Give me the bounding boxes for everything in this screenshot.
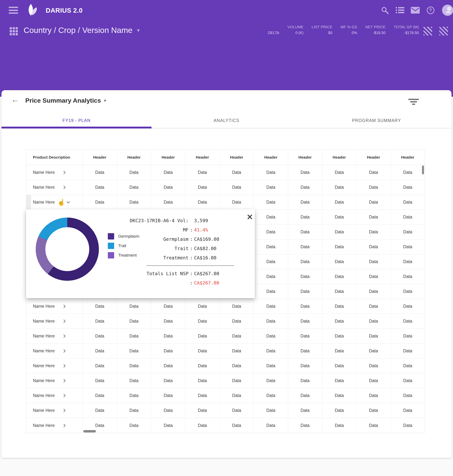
- filter-icon[interactable]: [408, 99, 419, 106]
- chevron-right-icon[interactable]: [62, 185, 65, 189]
- detail-label: DKC23-17RIB-A6-4 Vol:: [123, 216, 189, 225]
- data-cell: Data: [185, 418, 219, 433]
- data-cell: Data: [219, 314, 254, 328]
- data-cell: Data: [391, 240, 425, 254]
- data-cell: Data: [391, 373, 425, 388]
- data-cell: Data: [288, 269, 322, 284]
- data-cell: Data: [151, 195, 185, 210]
- data-cell: Data: [254, 195, 288, 210]
- chevron-right-icon[interactable]: [62, 349, 65, 353]
- breadcrumb[interactable]: Country / Crop / Version Name ▾: [24, 26, 140, 35]
- data-cell: Data: [288, 344, 322, 358]
- data-cell: Data: [322, 210, 356, 224]
- product-name-label: Name Here: [33, 393, 55, 398]
- product-name-cell[interactable]: Name Here☝: [26, 195, 83, 210]
- stat-label: TOTAL GP (M): [394, 25, 419, 29]
- chevron-right-icon[interactable]: [62, 394, 65, 397]
- product-name-cell[interactable]: Name Here: [26, 418, 83, 433]
- column-header: Header: [151, 149, 185, 165]
- column-header: Header: [356, 149, 391, 165]
- stat-mf-gs: MF % GS0%: [340, 25, 357, 35]
- column-header: Header: [254, 149, 288, 165]
- product-name-label: Name Here: [33, 423, 55, 428]
- chevron-right-icon[interactable]: [62, 171, 65, 174]
- question-mark-glyph: ?: [427, 7, 434, 14]
- data-cell: Data: [83, 299, 117, 314]
- data-cell: Data: [185, 388, 219, 403]
- data-cell: Data: [322, 358, 356, 373]
- product-name-cell[interactable]: Name Here: [26, 165, 83, 180]
- chevron-right-icon[interactable]: [62, 409, 65, 412]
- product-name-cell[interactable]: Name Here: [26, 299, 83, 314]
- tab-program-summary[interactable]: PROGRAM SUMMARY: [302, 112, 452, 129]
- stat-net-price: NET PRICE-$18.50: [365, 25, 386, 35]
- list-icon[interactable]: [396, 6, 404, 15]
- product-name-cell[interactable]: Name Here: [26, 329, 83, 343]
- hatch-action-1[interactable]: [424, 27, 432, 36]
- data-cell: Data: [322, 269, 356, 284]
- data-cell: Data: [356, 344, 391, 358]
- data-cell: Data: [356, 418, 391, 433]
- vertical-scrollbar-thumb[interactable]: [422, 165, 424, 174]
- data-cell: Data: [254, 314, 288, 328]
- data-cell: Data: [83, 329, 117, 343]
- close-icon[interactable]: ×: [245, 212, 255, 222]
- product-name-label: Name Here: [33, 348, 55, 354]
- data-cell: Data: [83, 388, 117, 403]
- hatch-action-2[interactable]: [439, 27, 448, 36]
- data-cell: Data: [356, 373, 391, 388]
- avatar[interactable]: [442, 5, 453, 16]
- search-icon[interactable]: [380, 6, 389, 15]
- horizontal-scrollbar-thumb[interactable]: [83, 430, 96, 433]
- delta-label: DELTA: [268, 31, 279, 35]
- chevron-right-icon[interactable]: [62, 334, 65, 338]
- detail-value: 3,599: [194, 216, 253, 225]
- chevron-right-icon[interactable]: [62, 305, 65, 308]
- data-cell: Data: [254, 329, 288, 343]
- stat-volume: VOLUME0 (K): [287, 25, 303, 35]
- data-cell: Data: [322, 388, 356, 403]
- data-cell: Data: [185, 344, 219, 358]
- data-cell: Data: [391, 358, 425, 373]
- detail-label: MF: [123, 225, 189, 235]
- chevron-right-icon[interactable]: [62, 379, 65, 382]
- data-cell: Data: [356, 314, 391, 328]
- product-name-cell[interactable]: Name Here: [26, 314, 83, 328]
- chevron-right-icon[interactable]: [62, 424, 65, 427]
- data-cell: Data: [83, 358, 117, 373]
- product-name-cell[interactable]: Name Here: [26, 358, 83, 373]
- tab-fy19-plan[interactable]: FY19 - PLAN: [1, 112, 151, 129]
- detail-label: Treatment: [123, 253, 189, 263]
- data-cell: Data: [83, 373, 117, 388]
- card-title-dropdown[interactable]: Price Summary Analytics ▾: [25, 97, 106, 104]
- tab-analytics[interactable]: ANALYTICS: [151, 112, 302, 129]
- table-row: Name HereDataDataDataDataDataDataDataDat…: [26, 329, 425, 344]
- data-cell: Data: [151, 314, 185, 328]
- data-cell: Data: [117, 344, 151, 358]
- apps-grid-icon[interactable]: [10, 27, 18, 35]
- product-name-cell[interactable]: Name Here: [26, 180, 83, 195]
- help-icon[interactable]: ?: [426, 6, 435, 15]
- data-cell: Data: [117, 329, 151, 343]
- data-cell: Data: [254, 284, 288, 299]
- chevron-right-icon[interactable]: [62, 320, 65, 323]
- product-name-cell[interactable]: Name Here: [26, 403, 83, 418]
- detail-value: 41.4%: [194, 225, 253, 235]
- chevron-down-icon[interactable]: [67, 200, 70, 203]
- detail-label: Totals List NSP: [123, 269, 189, 278]
- mail-icon[interactable]: [411, 6, 420, 15]
- app-window: DARIUS 2.0: [0, 0, 453, 476]
- product-name-cell[interactable]: Name Here: [26, 344, 83, 358]
- data-cell: Data: [254, 418, 288, 433]
- data-cell: Data: [356, 210, 391, 224]
- detail-label: [123, 278, 189, 288]
- chevron-right-icon[interactable]: [62, 364, 65, 367]
- detail-line: Treatment:CA$16.00: [123, 253, 253, 263]
- product-name-cell[interactable]: Name Here: [26, 388, 83, 403]
- data-cell: Data: [391, 195, 425, 210]
- hamburger-menu-icon[interactable]: [9, 7, 18, 14]
- delta-stats: DELTA VOLUME0 (K)LIST PRICE$0MF % GS0%NE…: [268, 25, 419, 35]
- product-name-cell[interactable]: Name Here: [26, 373, 83, 388]
- data-cell: Data: [83, 180, 117, 195]
- back-arrow-icon[interactable]: ←: [11, 95, 19, 104]
